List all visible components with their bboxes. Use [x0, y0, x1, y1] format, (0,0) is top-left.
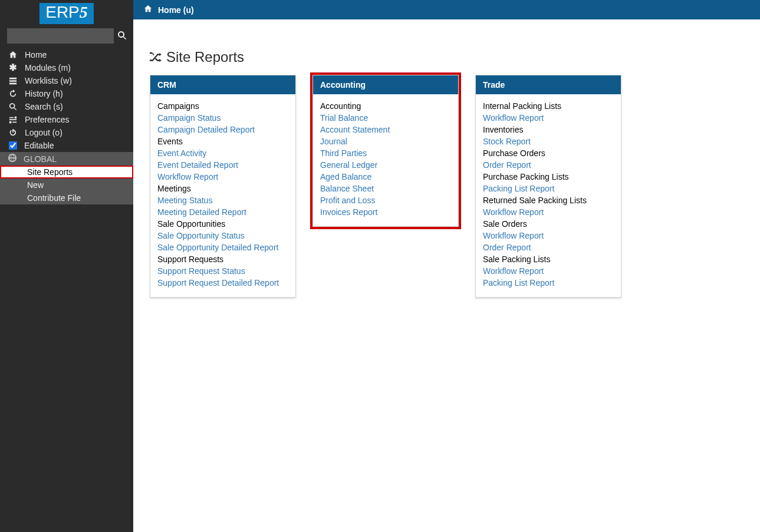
report-section-header: Sale Opportunities — [157, 219, 288, 229]
prefs-icon — [8, 115, 18, 124]
report-link[interactable]: Event Activity — [157, 148, 288, 158]
nav-item-label: Home — [25, 50, 47, 60]
nav-item-label: Preferences — [25, 115, 69, 124]
report-link[interactable]: Event Detailed Report — [157, 160, 288, 170]
report-section-header: Purchase Packing Lists — [483, 172, 614, 181]
sidebar: ERP5 HomeModules (m)Worklists (w)History… — [0, 0, 133, 532]
nav-item-label: Search (s) — [25, 102, 63, 111]
nav-item-prefs[interactable]: Preferences — [0, 113, 133, 126]
modules-icon — [8, 63, 18, 72]
panel-trade: TradeInternal Packing ListsWorkflow Repo… — [475, 75, 621, 298]
brand-text-b: 5 — [80, 3, 88, 21]
report-link[interactable]: Third Parties — [320, 148, 451, 158]
page-title-text: Site Reports — [166, 49, 244, 65]
worklists-icon — [8, 76, 18, 85]
report-link[interactable]: Meeting Status — [157, 196, 288, 205]
editable-checkbox[interactable] — [9, 141, 17, 150]
nav-item-home[interactable]: Home — [0, 48, 133, 61]
report-link[interactable]: Balance Sheet — [320, 184, 451, 193]
report-section-header: Inventories — [483, 125, 614, 134]
logo-wrap: ERP5 — [0, 0, 133, 26]
editable-label: Editable — [24, 141, 54, 150]
report-link[interactable]: Journal — [320, 137, 451, 146]
panel-header: Trade — [476, 75, 621, 94]
panel-accounting: AccountingAccountingTrial BalanceAccount… — [312, 75, 459, 227]
report-link[interactable]: Aged Balance — [320, 172, 451, 181]
nav-item-label: Worklists (w) — [25, 76, 72, 85]
report-link[interactable]: Account Statement — [320, 125, 451, 134]
report-link[interactable]: Packing List Report — [483, 278, 614, 288]
report-link[interactable]: Support Request Status — [157, 266, 288, 276]
nav-list: HomeModules (m)Worklists (w)History (h)S… — [0, 48, 133, 139]
panel-crm: CRMCampaignsCampaign StatusCampaign Deta… — [150, 75, 296, 298]
shuffle-icon — [150, 49, 162, 65]
global-label: GLOBAL — [24, 154, 57, 164]
report-link[interactable]: Campaign Detailed Report — [157, 125, 288, 134]
panel-body: Internal Packing ListsWorkflow ReportInv… — [476, 94, 621, 297]
report-section-header: Campaigns — [157, 101, 288, 111]
history-icon — [8, 89, 18, 98]
report-link[interactable]: Workflow Report — [157, 172, 288, 181]
report-section-header: Sale Packing Lists — [483, 255, 614, 264]
report-link[interactable]: Workflow Report — [483, 266, 614, 276]
brand-logo[interactable]: ERP5 — [40, 3, 94, 24]
report-link[interactable]: Invoices Report — [320, 207, 451, 217]
report-section-header: Meetings — [157, 184, 288, 193]
panel-header: CRM — [150, 75, 295, 94]
nav-item-label: Logout (o) — [25, 128, 62, 137]
main: Home (u) Site Reports CRMCampaignsCampai… — [133, 0, 760, 532]
report-link[interactable]: Campaign Status — [157, 113, 288, 123]
power-icon — [8, 128, 18, 137]
search-row — [0, 26, 133, 48]
home-icon — [8, 50, 18, 60]
report-link[interactable]: Stock Report — [483, 137, 614, 146]
report-link[interactable]: Packing List Report — [483, 184, 614, 193]
report-section-header: Accounting — [320, 101, 451, 111]
report-section-header: Events — [157, 137, 288, 146]
report-link[interactable]: Order Report — [483, 160, 614, 170]
report-link[interactable]: Meeting Detailed Report — [157, 207, 288, 217]
search-icon[interactable] — [117, 31, 127, 42]
content: Site Reports CRMCampaignsCampaign Status… — [133, 19, 760, 327]
globe-icon — [8, 154, 17, 164]
report-link[interactable]: General Ledger — [320, 160, 451, 170]
panel-body: CampaignsCampaign StatusCampaign Detaile… — [150, 94, 295, 297]
report-link[interactable]: Sale Opportunity Status — [157, 231, 288, 240]
search-input[interactable] — [7, 28, 114, 44]
global-section-header[interactable]: GLOBAL — [0, 152, 133, 166]
nav-item-modules[interactable]: Modules (m) — [0, 61, 133, 74]
subnav-item[interactable]: Site Reports — [0, 166, 133, 179]
report-link[interactable]: Profit and Loss — [320, 196, 451, 205]
report-link[interactable]: Trial Balance — [320, 113, 451, 123]
breadcrumb[interactable]: Home (u) — [158, 5, 194, 15]
nav-item-power[interactable]: Logout (o) — [0, 126, 133, 139]
global-sub-list: Site ReportsNewContribute File — [0, 166, 133, 204]
nav-item-worklists[interactable]: Worklists (w) — [0, 74, 133, 87]
report-link[interactable]: Workflow Report — [483, 231, 614, 240]
panels: CRMCampaignsCampaign StatusCampaign Deta… — [150, 75, 743, 298]
subnav-item[interactable]: New — [0, 179, 133, 191]
report-section-header: Support Requests — [157, 255, 288, 264]
nav-item-label: Modules (m) — [25, 63, 71, 72]
page-title: Site Reports — [150, 49, 743, 65]
report-link[interactable]: Order Report — [483, 243, 614, 252]
report-section-header: Returned Sale Packing Lists — [483, 196, 614, 205]
nav-editable[interactable]: Editable — [0, 139, 133, 152]
panel-body: AccountingTrial BalanceAccount Statement… — [313, 94, 458, 226]
topbar: Home (u) — [133, 0, 760, 19]
report-section-header: Sale Orders — [483, 219, 614, 229]
subnav-item[interactable]: Contribute File — [0, 191, 133, 204]
panel-header: Accounting — [313, 75, 458, 94]
home-icon[interactable] — [144, 5, 152, 15]
report-section-header: Purchase Orders — [483, 148, 614, 158]
report-link[interactable]: Sale Opportunity Detailed Report — [157, 243, 288, 252]
nav-item-search[interactable]: Search (s) — [0, 100, 133, 113]
search-icon — [8, 102, 18, 111]
report-link[interactable]: Support Request Detailed Report — [157, 278, 288, 288]
report-link[interactable]: Workflow Report — [483, 207, 614, 217]
report-link[interactable]: Workflow Report — [483, 113, 614, 123]
report-section-header: Internal Packing Lists — [483, 101, 614, 111]
nav-item-history[interactable]: History (h) — [0, 87, 133, 100]
nav-item-label: History (h) — [25, 89, 63, 98]
brand-text-a: ERP — [45, 3, 80, 21]
